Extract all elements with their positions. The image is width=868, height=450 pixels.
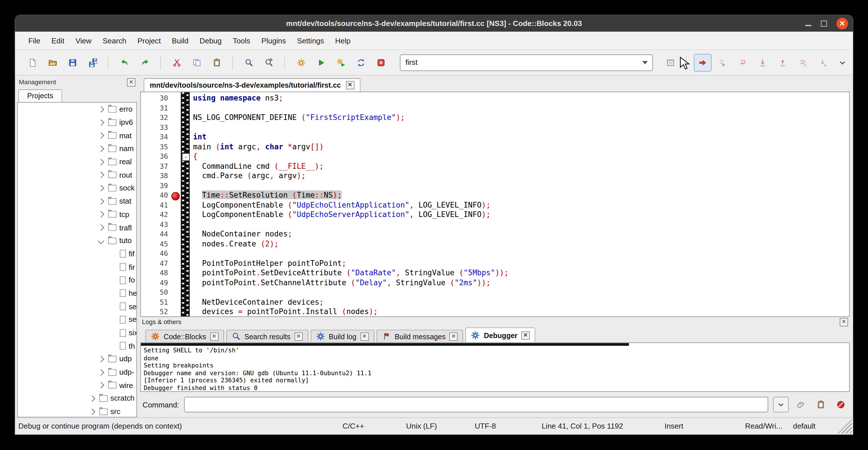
replace-button[interactable] — [260, 54, 278, 71]
chevron-right-icon[interactable] — [98, 198, 104, 205]
logs-tab-build-messages[interactable]: Build messages✕ — [376, 330, 463, 342]
line-number[interactable]: 45 — [141, 240, 168, 248]
tree-item-real[interactable]: real — [18, 155, 136, 169]
debug-continue-button[interactable] — [694, 54, 712, 71]
title-bar[interactable]: mnt/dev/tools/source/ns-3-dev/examples/t… — [15, 15, 853, 31]
menu-help[interactable]: Help — [330, 34, 356, 48]
next-line-button[interactable] — [734, 54, 752, 71]
run-button[interactable] — [312, 54, 330, 71]
line-number[interactable]: 44 — [141, 230, 168, 238]
chevron-right-icon[interactable] — [98, 132, 104, 139]
tree-item-fir[interactable]: fir — [18, 261, 136, 274]
tree-item-nam[interactable]: nam — [18, 142, 136, 155]
step-into-instruction-button[interactable] — [814, 54, 832, 71]
tree-item-erro[interactable]: erro — [18, 103, 136, 116]
next-instruction-button[interactable] — [794, 54, 811, 71]
menu-settings[interactable]: Settings — [291, 34, 330, 48]
logs-close-icon[interactable]: ✕ — [840, 318, 848, 326]
chevron-right-icon[interactable] — [98, 185, 104, 191]
chevron-right-icon[interactable] — [98, 224, 104, 231]
open-file-button[interactable] — [44, 54, 62, 71]
line-number[interactable]: 40 — [141, 191, 168, 199]
line-number[interactable]: 33 — [141, 123, 168, 131]
chevron-right-icon[interactable] — [98, 119, 104, 126]
chevron-right-icon[interactable] — [89, 409, 95, 415]
undo-button[interactable] — [116, 54, 133, 71]
tree-item-udp-[interactable]: udp- — [18, 365, 136, 379]
new-file-button[interactable] — [24, 54, 42, 71]
cut-button[interactable] — [168, 54, 186, 71]
chevron-right-icon[interactable] — [98, 159, 104, 165]
line-number[interactable]: 36 — [141, 152, 168, 160]
line-number[interactable]: 41 — [141, 201, 168, 209]
line-number[interactable]: 47 — [141, 259, 168, 267]
minimize-button[interactable] — [805, 25, 811, 26]
abort-button[interactable] — [372, 54, 390, 71]
menu-tools[interactable]: Tools — [227, 34, 256, 48]
line-number[interactable]: 39 — [141, 181, 168, 189]
menu-debug[interactable]: Debug — [194, 34, 227, 48]
rebuild-button[interactable] — [352, 54, 370, 71]
project-tree[interactable]: erroipv6matnamrealroutsockstattcptrafltu… — [17, 102, 137, 417]
tree-item-mat[interactable]: mat — [18, 129, 136, 142]
menu-view[interactable]: View — [70, 34, 97, 48]
find-button[interactable] — [240, 54, 258, 71]
build-and-run-button[interactable] — [332, 54, 350, 71]
chevron-right-icon[interactable] — [89, 395, 95, 402]
line-number[interactable]: 49 — [141, 278, 168, 287]
tree-item-he[interactable]: he — [18, 287, 136, 300]
save-button[interactable] — [64, 54, 82, 71]
chevron-right-icon[interactable] — [98, 146, 104, 152]
debugger-log[interactable]: Setting SHELL to '/bin/sh'doneSetting br… — [141, 342, 850, 392]
chevron-right-icon[interactable] — [98, 369, 104, 376]
copy-log-button[interactable] — [813, 397, 829, 412]
logs-tab-debugger[interactable]: Debugger✕ — [466, 328, 535, 342]
stop-debugger-button[interactable] — [833, 397, 848, 412]
tree-item-trafl[interactable]: trafl — [18, 221, 136, 234]
tree-item-tuto[interactable]: tuto — [18, 234, 136, 247]
tab-close-icon[interactable]: ✕ — [450, 332, 458, 340]
build-button[interactable] — [292, 54, 310, 71]
menu-project[interactable]: Project — [132, 34, 166, 48]
logs-tab-search-results[interactable]: Search results✕ — [226, 330, 308, 342]
line-number[interactable]: 38 — [141, 172, 168, 180]
tree-item-ipv6[interactable]: ipv6 — [18, 116, 136, 129]
resize-grip[interactable] — [837, 419, 852, 434]
chevron-right-icon[interactable] — [98, 356, 104, 362]
line-number[interactable]: 50 — [141, 288, 168, 296]
code-editor[interactable]: 30using namespace ns3;3132NS_LOG_COMPONE… — [141, 92, 850, 317]
close-button[interactable]: ✕ — [836, 18, 848, 29]
line-number[interactable]: 48 — [141, 269, 168, 277]
tree-item-se[interactable]: se — [18, 313, 136, 326]
tab-close-icon[interactable]: ✕ — [294, 332, 303, 340]
command-input[interactable] — [184, 397, 768, 412]
logs-tab-code-blocks[interactable]: Code::Blocks✕ — [145, 330, 224, 342]
save-all-button[interactable] — [84, 54, 101, 71]
line-number[interactable]: 32 — [141, 113, 168, 122]
line-number[interactable]: 37 — [141, 162, 168, 170]
line-number[interactable]: 51 — [141, 298, 168, 306]
line-number[interactable]: 30 — [141, 94, 168, 102]
run-to-cursor-button[interactable] — [714, 54, 732, 71]
attach-button[interactable] — [793, 397, 809, 412]
chevron-right-icon[interactable] — [98, 172, 104, 178]
tree-item-fo[interactable]: fo — [18, 274, 136, 287]
menu-edit[interactable]: Edit — [46, 34, 70, 48]
logs-tab-build-log[interactable]: Build log✕ — [310, 330, 374, 342]
menu-search[interactable]: Search — [97, 34, 132, 48]
menu-build[interactable]: Build — [166, 34, 194, 48]
tab-close-icon[interactable]: ✕ — [521, 331, 530, 339]
chevron-right-icon[interactable] — [98, 211, 104, 217]
search-combobox[interactable]: first — [400, 54, 653, 71]
tree-item-th[interactable]: th — [18, 339, 136, 352]
line-number[interactable]: 31 — [141, 103, 168, 112]
line-number[interactable]: 34 — [141, 133, 168, 141]
tree-item-scratch[interactable]: scratch — [18, 392, 136, 405]
fold-marker[interactable]: - — [182, 153, 190, 161]
copy-button[interactable] — [188, 54, 206, 71]
tree-item-udp[interactable]: udp — [18, 352, 136, 365]
tree-item-se[interactable]: se — [18, 300, 136, 313]
line-number[interactable]: 46 — [141, 249, 168, 258]
command-history-dropdown[interactable] — [773, 397, 789, 412]
editor-tab-first-cc[interactable]: mnt/dev/tools/source/ns-3-dev/examples/t… — [144, 78, 360, 92]
